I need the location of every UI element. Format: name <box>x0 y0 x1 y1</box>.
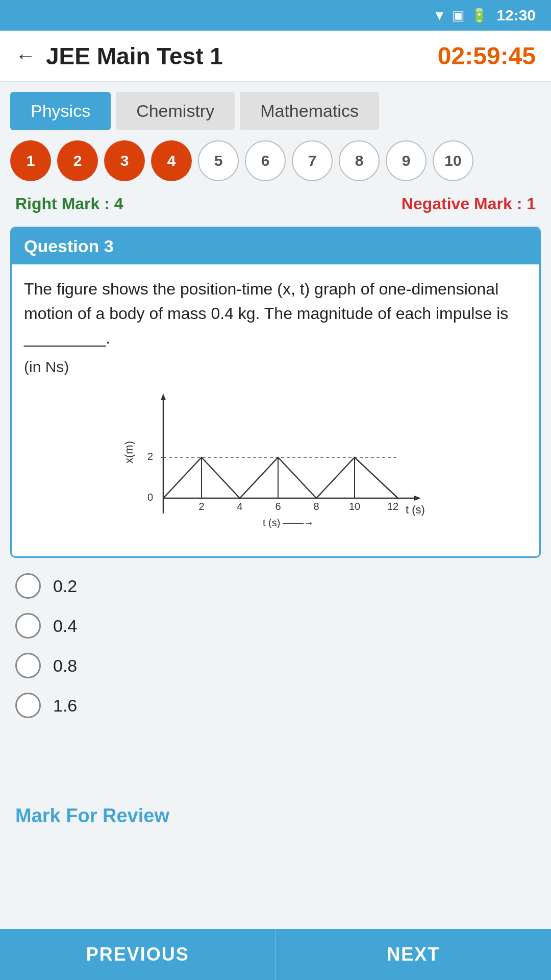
right-mark-value: 4 <box>114 194 123 213</box>
question-label: Question 3 <box>24 236 114 256</box>
previous-button[interactable]: PREVIOUS <box>0 929 276 980</box>
svg-text:t (s) ——→: t (s) ——→ <box>263 517 314 528</box>
question-unit: (in Ns) <box>24 358 527 376</box>
svg-text:2: 2 <box>198 501 204 512</box>
question-number-7[interactable]: 7 <box>292 140 333 181</box>
option-4[interactable]: 1.6 <box>15 693 536 718</box>
position-time-graph: x(m) t (s) t (s) ——→ 0 2 2 4 6 8 10 12 <box>122 386 429 539</box>
right-mark: Right Mark : 4 <box>15 194 123 213</box>
next-button[interactable]: NEXT <box>276 929 552 980</box>
option-text-0.8: 0.8 <box>53 656 77 676</box>
wifi-icon: ▼ <box>433 8 446 23</box>
countdown-timer: 02:59:45 <box>438 42 536 70</box>
question-number-8[interactable]: 8 <box>339 140 380 181</box>
right-mark-label: Right Mark : <box>15 194 114 213</box>
mark-for-review-button[interactable]: Mark For Review <box>15 805 169 826</box>
options-list: 0.2 0.4 0.8 1.6 <box>0 563 551 728</box>
svg-text:10: 10 <box>349 501 360 512</box>
subject-tabs: Physics Chemistry Mathematics <box>0 82 551 135</box>
signal-icon: ▣ <box>452 8 465 23</box>
svg-text:8: 8 <box>313 501 319 512</box>
page-title: JEE Main Test 1 <box>46 42 223 70</box>
question-number-9[interactable]: 9 <box>386 140 427 181</box>
radio-0.2[interactable] <box>15 573 41 599</box>
svg-text:x(m): x(m) <box>122 441 135 463</box>
tab-mathematics[interactable]: Mathematics <box>240 92 379 130</box>
neg-mark-value: 1 <box>527 194 536 213</box>
question-number-10[interactable]: 10 <box>433 140 473 181</box>
option-text-0.2: 0.2 <box>53 576 77 596</box>
status-icons: ▼ ▣ 🔋 <box>433 8 488 23</box>
option-1[interactable]: 0.2 <box>15 573 536 599</box>
question-numbers-row: 1 2 3 4 5 6 7 8 9 10 <box>0 135 551 186</box>
tab-physics[interactable]: Physics <box>10 92 111 130</box>
question-number-3[interactable]: 3 <box>104 140 145 181</box>
mark-review-section: Mark For Review <box>0 790 551 837</box>
negative-mark: Negative Mark : 1 <box>402 194 536 213</box>
header-left: ← JEE Main Test 1 <box>15 42 223 70</box>
graph-container: x(m) t (s) t (s) ——→ 0 2 2 4 6 8 10 12 <box>24 386 527 539</box>
question-number-6[interactable]: 6 <box>245 140 286 181</box>
status-bar: ▼ ▣ 🔋 12:30 <box>0 0 551 31</box>
question-body: The figure shows the position-time (x, t… <box>12 264 539 556</box>
question-number-2[interactable]: 2 <box>57 140 98 181</box>
svg-text:6: 6 <box>275 501 281 512</box>
svg-text:12: 12 <box>387 501 398 512</box>
status-time: 12:30 <box>496 7 536 24</box>
option-text-0.4: 0.4 <box>53 616 77 636</box>
question-number-5[interactable]: 5 <box>198 140 239 181</box>
question-header: Question 3 <box>12 228 539 264</box>
option-2[interactable]: 0.4 <box>15 613 536 639</box>
option-text-1.6: 1.6 <box>53 696 77 716</box>
svg-marker-3 <box>414 496 421 501</box>
option-3[interactable]: 0.8 <box>15 653 536 678</box>
back-button[interactable]: ← <box>15 44 36 67</box>
neg-mark-label: Negative Mark : <box>402 194 527 213</box>
header: ← JEE Main Test 1 02:59:45 <box>0 31 551 82</box>
question-card: Question 3 The figure shows the position… <box>10 227 541 558</box>
svg-marker-1 <box>161 394 166 400</box>
question-text: The figure shows the position-time (x, t… <box>24 277 527 350</box>
svg-text:t (s): t (s) <box>406 503 425 516</box>
question-number-1[interactable]: 1 <box>10 140 51 181</box>
radio-0.4[interactable] <box>15 613 41 639</box>
svg-text:2: 2 <box>147 451 153 462</box>
bottom-navigation: PREVIOUS NEXT <box>0 929 551 980</box>
question-number-4[interactable]: 4 <box>151 140 192 181</box>
tab-chemistry[interactable]: Chemistry <box>116 92 235 130</box>
svg-text:4: 4 <box>237 501 242 512</box>
radio-0.8[interactable] <box>15 653 41 678</box>
svg-text:0: 0 <box>147 492 153 503</box>
marks-info: Right Mark : 4 Negative Mark : 1 <box>0 186 551 222</box>
radio-1.6[interactable] <box>15 693 41 718</box>
battery-icon: 🔋 <box>471 8 487 23</box>
